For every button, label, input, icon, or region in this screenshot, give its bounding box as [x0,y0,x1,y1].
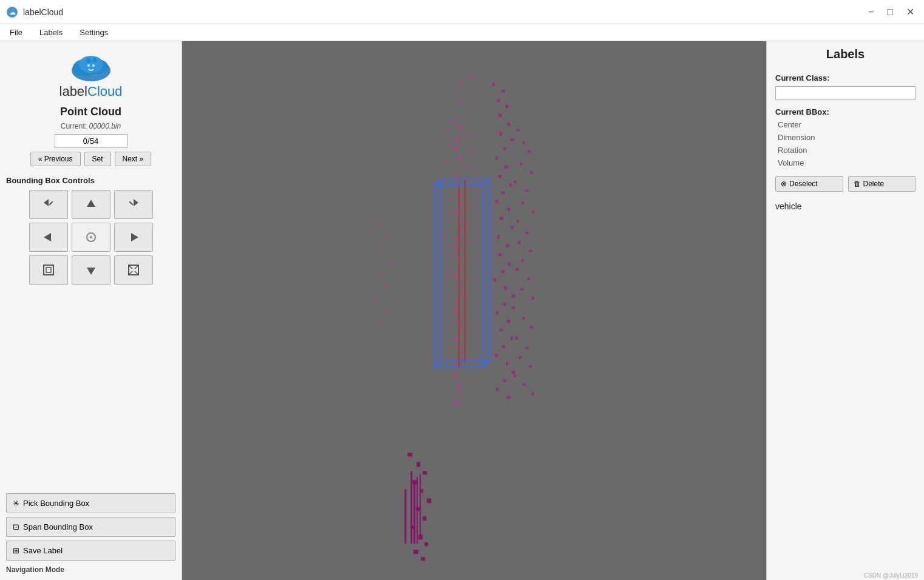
svg-rect-35 [457,113,459,114]
svg-rect-36 [453,120,455,123]
current-class-label: Current Class: [775,73,916,83]
svg-rect-104 [511,226,514,229]
deselect-icon: ⊗ [781,180,787,188]
svg-rect-143 [512,306,515,309]
logo-cloud-icon [67,47,115,84]
svg-rect-63 [462,356,464,359]
point-cloud-canvas [182,41,766,580]
svg-rect-177 [376,298,378,300]
svg-rect-152 [532,393,534,396]
svg-rect-74 [473,169,475,171]
next-button[interactable]: Next » [115,152,152,166]
delete-button[interactable]: 🗑 Delete [848,176,916,192]
svg-rect-56 [462,292,464,295]
save-label-button[interactable]: ⊞ Save Label [6,541,175,561]
svg-rect-92 [508,123,511,126]
svg-rect-11 [49,201,53,205]
svg-rect-164 [413,550,418,554]
deselect-button[interactable]: ⊗ Deselect [775,176,843,192]
svg-rect-119 [495,354,498,357]
prev-button[interactable]: « Previous [30,152,81,166]
ctrl-left[interactable] [29,223,68,252]
svg-rect-27 [232,41,716,580]
svg-rect-34 [468,108,469,109]
svg-rect-79 [447,217,449,218]
svg-rect-28 [459,81,461,83]
svg-rect-67 [460,393,462,395]
menu-settings[interactable]: Settings [76,27,112,38]
label-item-vehicle[interactable]: vehicle [775,199,916,214]
menu-file[interactable]: File [6,27,26,38]
pick-bbox-icon: ✳ [13,499,19,508]
svg-rect-109 [501,270,504,273]
svg-point-17 [90,236,92,238]
set-button[interactable]: Set [84,152,111,166]
svg-rect-172 [386,235,388,237]
svg-rect-78 [472,204,474,206]
svg-rect-87 [492,83,495,86]
title-bar: ☁ labelCloud − □ ✕ [0,0,924,24]
span-bbox-button[interactable]: ⊡ Span Bounding Box [6,517,175,537]
ctrl-up-left[interactable] [29,190,68,219]
svg-rect-32 [467,96,468,97]
svg-rect-68 [455,402,458,405]
span-bbox-label: Span Bounding Box [23,522,93,531]
minimize-button[interactable]: − [865,5,877,19]
svg-marker-15 [44,233,51,241]
logo-cloud: Cloud [87,84,122,99]
svg-rect-58 [454,311,457,313]
center-label: Center [778,120,916,129]
svg-rect-61 [455,338,458,341]
current-class-input[interactable] [775,86,916,100]
svg-rect-93 [500,132,502,136]
close-button[interactable]: ✕ [903,5,918,19]
svg-marker-12 [87,200,95,207]
ctrl-up[interactable] [72,190,110,219]
svg-rect-144 [523,317,525,320]
svg-rect-113 [503,303,506,306]
viewport[interactable] [182,41,766,580]
svg-rect-100 [501,191,505,194]
deselect-label: Deselect [789,180,818,188]
svg-point-6 [87,64,90,67]
file-counter-input[interactable] [55,134,127,148]
svg-rect-96 [495,157,498,160]
svg-rect-19 [44,265,53,275]
svg-rect-175 [379,274,382,276]
svg-rect-145 [530,326,533,328]
svg-rect-135 [526,232,529,234]
svg-rect-160 [423,516,426,521]
ctrl-center[interactable] [72,223,110,252]
svg-rect-85 [446,271,449,273]
svg-rect-158 [427,498,431,503]
svg-rect-89 [497,99,500,102]
svg-rect-29 [462,85,463,86]
delete-icon: 🗑 [854,180,861,188]
ctrl-scale-down[interactable] [29,255,68,285]
svg-rect-111 [504,286,507,290]
svg-rect-116 [500,328,503,331]
svg-rect-107 [498,253,501,256]
svg-rect-178 [387,311,389,313]
pick-bbox-button[interactable]: ✳ Pick Bounding Box [6,493,175,513]
svg-rect-155 [423,471,427,474]
svg-rect-77 [450,198,452,200]
svg-rect-31 [456,90,458,92]
svg-rect-38 [462,132,464,135]
svg-rect-176 [384,286,386,289]
svg-rect-146 [515,337,518,340]
svg-rect-126 [523,141,525,144]
svg-rect-136 [518,241,520,244]
svg-point-8 [86,58,91,63]
svg-rect-133 [532,211,535,213]
svg-rect-75 [443,180,444,182]
ctrl-up-right[interactable] [114,190,153,219]
ctrl-scale-up[interactable] [114,255,153,285]
menu-bar: File Labels Settings [0,24,924,41]
ctrl-right[interactable] [114,223,153,252]
svg-rect-84 [469,259,471,261]
span-bbox-icon: ⊡ [13,522,19,531]
maximize-button[interactable]: □ [883,5,897,19]
ctrl-down[interactable] [72,255,110,285]
menu-labels[interactable]: Labels [36,27,66,38]
